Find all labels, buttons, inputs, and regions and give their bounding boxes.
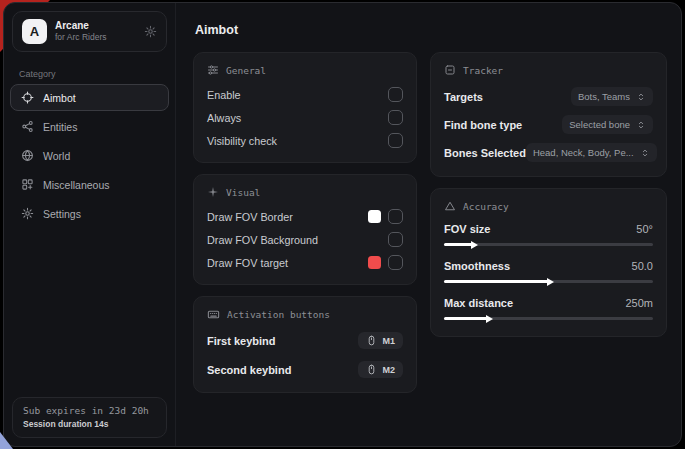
dropdown-value: Selected bone bbox=[569, 119, 630, 130]
draw-fov-background-checkbox[interactable] bbox=[388, 232, 403, 247]
session-duration-text: Session duration 14s bbox=[23, 419, 156, 429]
setting-row: Enable bbox=[207, 87, 403, 102]
globe-icon bbox=[21, 149, 34, 162]
max-distance-slider[interactable] bbox=[444, 317, 653, 320]
sparkle-icon bbox=[207, 186, 219, 198]
setting-row: Draw FOV target bbox=[207, 255, 403, 270]
sidebar: A Arcane for Arc Riders Category Aimbot bbox=[4, 3, 176, 446]
tracker-card: Tracker Targets Bots, Teams Find bone ty… bbox=[430, 52, 667, 177]
slider-thumb[interactable] bbox=[486, 315, 493, 323]
keybind-value: M1 bbox=[382, 336, 395, 346]
slider-label: FOV size bbox=[444, 223, 490, 235]
dropdown-value: Bots, Teams bbox=[578, 91, 630, 102]
unfold-icon bbox=[636, 92, 646, 102]
targets-dropdown[interactable]: Bots, Teams bbox=[571, 87, 653, 106]
subscription-card: Sub expires in 23d 20h Session duration … bbox=[12, 397, 167, 438]
visibility-check-checkbox[interactable] bbox=[388, 133, 403, 148]
slider-label: Max distance bbox=[444, 297, 513, 309]
category-label: Category bbox=[19, 69, 175, 79]
sidebar-nav: Aimbot Entities World Miscellaneous bbox=[4, 84, 175, 227]
mouse-cursor bbox=[0, 432, 13, 449]
tracker-row: Bones Selected Head, Neck, Body, Pe... bbox=[444, 143, 653, 162]
slider-row: FOV size 50° bbox=[444, 223, 653, 246]
card-title: Accuracy bbox=[463, 201, 509, 212]
fov-size-slider[interactable] bbox=[444, 243, 653, 246]
setting-label: Enable bbox=[207, 89, 241, 101]
app-title: Arcane bbox=[55, 20, 107, 33]
setting-row: Always bbox=[207, 110, 403, 125]
setting-label: Draw FOV target bbox=[207, 257, 288, 269]
slider-row: Smoothness 50.0 bbox=[444, 260, 653, 283]
setting-row: Visibility check bbox=[207, 133, 403, 148]
app-logo: A bbox=[22, 19, 47, 44]
sidebar-item-label: World bbox=[43, 150, 70, 162]
fov-target-color-swatch[interactable] bbox=[368, 256, 381, 269]
keybind-label: Second keybind bbox=[207, 364, 291, 376]
smoothness-slider[interactable] bbox=[444, 280, 653, 283]
sidebar-item-aimbot[interactable]: Aimbot bbox=[10, 84, 169, 111]
general-card: General Enable Always Visibility check bbox=[193, 52, 417, 163]
tracker-label: Bones Selected bbox=[444, 147, 526, 159]
tracker-label: Find bone type bbox=[444, 119, 522, 131]
unfold-icon bbox=[640, 148, 650, 158]
gear-icon bbox=[21, 207, 34, 220]
card-title: Tracker bbox=[463, 65, 503, 76]
activation-card: Activation buttons First keybind M1 Seco… bbox=[193, 296, 417, 393]
keyboard-icon bbox=[207, 308, 220, 321]
entities-icon bbox=[21, 120, 34, 133]
sidebar-item-label: Settings bbox=[43, 208, 81, 220]
setting-row: Draw FOV Background bbox=[207, 232, 403, 247]
slider-thumb[interactable] bbox=[471, 241, 478, 249]
card-title: Visual bbox=[226, 187, 260, 198]
sub-expires-text: Sub expires in 23d 20h bbox=[23, 405, 156, 416]
enable-checkbox[interactable] bbox=[388, 87, 403, 102]
page-title: Aimbot bbox=[195, 23, 667, 37]
visual-card: Visual Draw FOV Border Draw FOV Backgrou… bbox=[193, 174, 417, 285]
draw-fov-border-checkbox[interactable] bbox=[388, 209, 403, 224]
second-keybind-button[interactable]: M2 bbox=[358, 361, 403, 378]
slider-value: 50.0 bbox=[632, 260, 653, 272]
sidebar-item-settings[interactable]: Settings bbox=[10, 200, 169, 227]
card-title: Activation buttons bbox=[227, 309, 330, 320]
setting-label: Draw FOV Background bbox=[207, 234, 318, 246]
sidebar-item-world[interactable]: World bbox=[10, 142, 169, 169]
sliders-icon bbox=[207, 64, 219, 76]
grid-icon bbox=[21, 178, 34, 191]
slider-thumb[interactable] bbox=[547, 278, 554, 286]
sidebar-item-miscellaneous[interactable]: Miscellaneous bbox=[10, 171, 169, 198]
app-subtitle: for Arc Riders bbox=[55, 32, 107, 43]
slider-value: 250m bbox=[625, 297, 653, 309]
main-content: Aimbot General Enable Alw bbox=[176, 3, 681, 446]
dropdown-value: Head, Neck, Body, Pe... bbox=[533, 147, 634, 158]
sidebar-item-label: Miscellaneous bbox=[43, 179, 110, 191]
keybind-row: First keybind M1 bbox=[207, 332, 403, 349]
triangle-icon bbox=[444, 200, 456, 212]
setting-label: Visibility check bbox=[207, 135, 277, 147]
crosshair-icon bbox=[21, 91, 34, 104]
first-keybind-button[interactable]: M1 bbox=[358, 332, 403, 349]
mouse-icon bbox=[366, 364, 377, 375]
keybind-row: Second keybind M2 bbox=[207, 361, 403, 378]
find-bone-type-dropdown[interactable]: Selected bone bbox=[562, 115, 653, 134]
app-window: A Arcane for Arc Riders Category Aimbot bbox=[3, 2, 682, 447]
always-checkbox[interactable] bbox=[388, 110, 403, 125]
tracker-row: Find bone type Selected bone bbox=[444, 115, 653, 134]
slider-value: 50° bbox=[636, 223, 653, 235]
draw-fov-target-checkbox[interactable] bbox=[388, 255, 403, 270]
tracker-row: Targets Bots, Teams bbox=[444, 87, 653, 106]
accuracy-card: Accuracy FOV size 50° bbox=[430, 188, 667, 337]
sidebar-item-entities[interactable]: Entities bbox=[10, 113, 169, 140]
slider-row: Max distance 250m bbox=[444, 297, 653, 320]
setting-row: Draw FOV Border bbox=[207, 209, 403, 224]
bones-selected-dropdown[interactable]: Head, Neck, Body, Pe... bbox=[526, 143, 657, 162]
gear-icon[interactable] bbox=[144, 25, 157, 38]
setting-label: Draw FOV Border bbox=[207, 211, 293, 223]
keybind-value: M2 bbox=[382, 365, 395, 375]
sidebar-item-label: Entities bbox=[43, 121, 77, 133]
keybind-label: First keybind bbox=[207, 335, 275, 347]
brand-card: A Arcane for Arc Riders bbox=[12, 11, 167, 52]
fov-border-color-swatch[interactable] bbox=[368, 210, 381, 223]
sidebar-item-label: Aimbot bbox=[43, 92, 76, 104]
slider-label: Smoothness bbox=[444, 260, 510, 272]
setting-label: Always bbox=[207, 112, 241, 124]
